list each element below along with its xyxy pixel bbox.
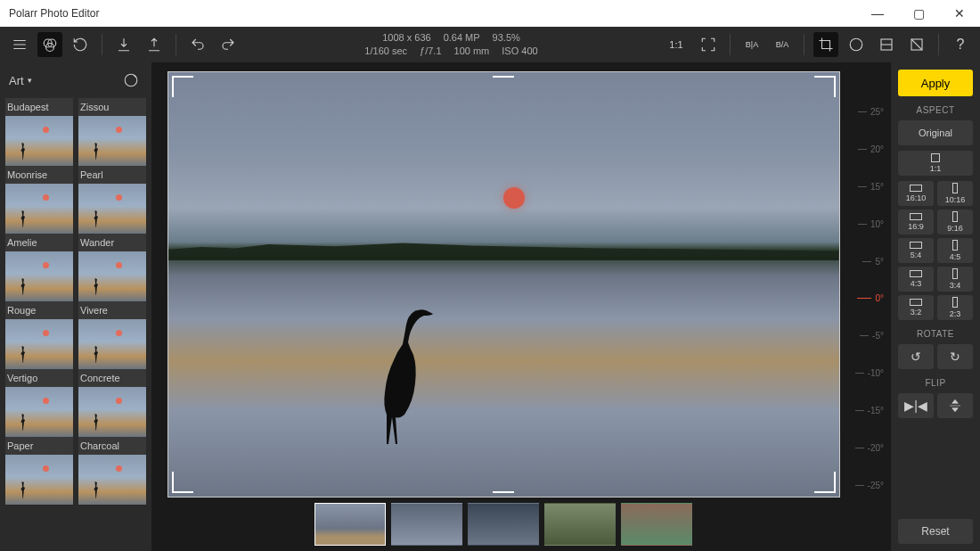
compare-split-button[interactable]: B/A <box>770 32 795 57</box>
meta-zoom: 93.5% <box>493 31 520 45</box>
crop-handle-bm[interactable] <box>493 488 514 493</box>
filter-item[interactable]: Budapest <box>5 98 73 166</box>
filter-label: Wander <box>78 234 146 251</box>
filter-thumb <box>78 319 146 369</box>
filter-item[interactable]: Amelie <box>5 234 73 301</box>
filter-thumb <box>78 184 146 234</box>
filter-item[interactable]: Wander <box>78 234 146 301</box>
filter-item[interactable]: Paper <box>5 437 73 505</box>
compare-before-button[interactable]: B|A <box>739 32 764 57</box>
gradient-tool-button[interactable] <box>874 32 899 57</box>
angle-tick: -15° <box>846 406 884 415</box>
aspect-4to5-button[interactable]: 4:5 <box>937 238 973 263</box>
import-button[interactable] <box>111 32 136 57</box>
filter-item[interactable]: Zissou <box>78 98 146 166</box>
aspect-10to16-button[interactable]: 10:16 <box>937 181 973 206</box>
fit-screen-button[interactable] <box>696 32 721 57</box>
filmstrip <box>160 498 846 551</box>
image-preview[interactable] <box>167 71 840 498</box>
aspect-5to4-button[interactable]: 5:4 <box>898 238 934 263</box>
filter-label: Rouge <box>5 301 73 319</box>
filter-category-dropdown[interactable]: Art ▾ <box>9 74 119 87</box>
filter-label: Pearl <box>78 166 146 184</box>
titlebar: Polarr Photo Editor ― ▢ ✕ <box>0 0 980 27</box>
undo-button[interactable] <box>185 32 210 57</box>
filter-item[interactable]: Pearl <box>78 166 146 234</box>
redo-button[interactable] <box>216 32 241 57</box>
filter-thumb <box>78 455 146 505</box>
rotation-scale[interactable]: 25°20°15°10°5°0°-5°-10°-15°-20°-25° <box>846 107 884 490</box>
filter-label: Zissou <box>78 98 146 116</box>
rotate-ccw-button[interactable]: ↺ <box>898 344 934 369</box>
aspect-1to1-button[interactable]: 1:1 <box>898 151 973 176</box>
crop-panel: Apply ASPECT Original 1:1 16:1010:1616:9… <box>891 62 980 551</box>
filter-item[interactable]: Moonrise <box>5 166 73 234</box>
aspect-3to2-button[interactable]: 3:2 <box>898 295 934 320</box>
aspect-2to3-button[interactable]: 2:3 <box>937 295 973 320</box>
filter-item[interactable]: Concrete <box>78 369 146 437</box>
aspect-4to3-button[interactable]: 4:3 <box>898 267 934 292</box>
meta-focal: 100 mm <box>454 45 490 58</box>
filter-label: Charcoal <box>78 437 146 455</box>
filters-button[interactable] <box>37 32 62 57</box>
aspect-9to16-button[interactable]: 9:16 <box>937 210 973 234</box>
crop-handle-tl[interactable] <box>172 76 193 97</box>
aspect-16to9-button[interactable]: 16:9 <box>898 210 934 234</box>
denoise-tool-button[interactable] <box>904 32 929 57</box>
filter-thumb <box>5 184 73 234</box>
filter-thumb <box>5 319 73 369</box>
minimize-button[interactable]: ― <box>866 6 889 21</box>
crop-handle-tr[interactable] <box>814 76 836 97</box>
angle-tick: -25° <box>846 481 884 490</box>
filter-item[interactable]: Rouge <box>5 301 73 369</box>
history-button[interactable] <box>68 32 93 57</box>
filter-thumb <box>5 251 73 301</box>
angle-tick: -5° <box>846 331 884 341</box>
flip-label: FLIP <box>898 378 973 388</box>
filters-list: BudapestZissouMoonrisePearlAmelieWanderR… <box>0 98 151 551</box>
angle-tick: -10° <box>846 368 884 378</box>
filmstrip-thumb[interactable] <box>621 503 692 546</box>
filter-item[interactable]: Charcoal <box>78 437 146 505</box>
aspect-16to10-button[interactable]: 16:10 <box>898 181 934 206</box>
meta-megapixels: 0.64 MP <box>444 31 480 45</box>
filter-label: Vertigo <box>5 369 73 387</box>
export-button[interactable] <box>142 32 167 57</box>
filter-item[interactable]: Vertigo <box>5 369 73 437</box>
add-filter-button[interactable] <box>119 69 143 92</box>
filter-label: Concrete <box>78 369 146 387</box>
help-button[interactable]: ? <box>948 32 973 57</box>
crop-handle-br[interactable] <box>814 472 836 493</box>
filter-thumb <box>78 387 146 437</box>
radial-tool-button[interactable] <box>844 32 869 57</box>
svg-point-3 <box>850 38 862 51</box>
filmstrip-thumb[interactable] <box>544 503 616 546</box>
apply-button[interactable]: Apply <box>898 70 973 96</box>
crop-tool-button[interactable] <box>813 32 838 57</box>
angle-tick: 15° <box>846 182 884 192</box>
angle-tick: 25° <box>846 107 884 117</box>
window-controls: ― ▢ ✕ <box>866 6 971 21</box>
filter-item[interactable]: Vivere <box>78 301 146 369</box>
close-button[interactable]: ✕ <box>948 6 971 21</box>
canvas-area: 25°20°15°10°5°0°-5°-10°-15°-20°-25° <box>151 62 891 551</box>
meta-dimensions: 1008 x 636 <box>382 31 430 45</box>
flip-horizontal-button[interactable]: ▶|◀ <box>898 393 934 418</box>
crop-handle-tm[interactable] <box>493 76 514 81</box>
chevron-down-icon: ▾ <box>28 76 32 85</box>
filmstrip-thumb[interactable] <box>391 503 462 546</box>
flip-vertical-button[interactable] <box>937 393 973 418</box>
aspect-original-button[interactable]: Original <box>898 120 973 145</box>
filmstrip-thumb[interactable] <box>314 503 386 546</box>
scale-1to1-button[interactable]: 1:1 <box>662 32 690 57</box>
filmstrip-thumb[interactable] <box>468 503 539 546</box>
maximize-button[interactable]: ▢ <box>907 6 930 21</box>
aspect-3to4-button[interactable]: 3:4 <box>937 267 973 292</box>
filter-label: Moonrise <box>5 166 73 184</box>
filter-thumb <box>78 251 146 301</box>
menu-button[interactable] <box>7 32 32 57</box>
rotate-cw-button[interactable]: ↻ <box>937 344 973 369</box>
reset-button[interactable]: Reset <box>898 519 973 544</box>
crop-handle-bl[interactable] <box>172 472 193 493</box>
filter-thumb <box>78 116 146 166</box>
